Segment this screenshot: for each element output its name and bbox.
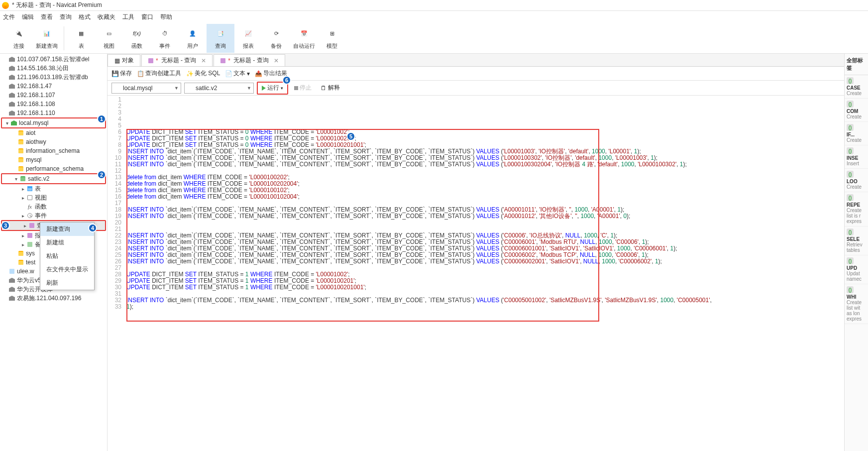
conn-icon [8,56,16,63]
menu-编辑[interactable]: 编辑 [22,13,34,21]
toolbar-auto-button[interactable]: 📅自动运行 [290,24,318,53]
editor-tab[interactable]: *无标题 - 查询✕ [141,54,213,66]
run-button[interactable]: 运行 ▾ [259,83,286,94]
snippet-item[interactable]: ()CASECreate [845,75,868,99]
query-builder-button[interactable]: 📋查询创建工具 [137,69,181,78]
toolbar-label: 模型 [326,42,337,50]
tree-item-label: sys [26,250,35,257]
tree-item-label: satlic.v2 [28,175,49,182]
tree-arrow-icon[interactable]: ▸ [22,223,28,228]
title-bar: * 无标题 - 查询 - Navicat Premium [0,0,868,11]
export-results-button[interactable]: 📤导出结果 [255,69,287,78]
toolbar-query-button[interactable]: 📑查询 [207,24,234,53]
toolbar-fx-button[interactable]: f(x)函数 [123,24,151,53]
snippet-item[interactable]: ()LOOCreate [845,169,868,192]
context-menu-item[interactable]: 在文件夹中显示 [40,263,94,276]
snippet-panel: 全部标签 ()CASECreate()COMCreate()IF...Creat… [844,54,868,451]
menu-帮助[interactable]: 帮助 [160,13,172,21]
fx-icon: f(x) [130,26,144,40]
tree-arrow-icon[interactable]: ▸ [20,242,26,247]
menu-格式[interactable]: 格式 [79,13,91,21]
qry-icon [148,58,154,64]
tree-item[interactable]: 192.168.1.110 [0,109,107,117]
tree-arrow-icon[interactable]: ▸ [20,213,26,219]
text-dropdown-button[interactable]: 📄文本 ▾ [225,69,250,78]
tree-item[interactable]: ▾local.mysql [2,118,105,127]
toolbar-report-button[interactable]: 📈报表 [234,24,262,53]
tree-item[interactable]: 农易施.121.040.097.196 [0,294,107,303]
menu-查询[interactable]: 查询 [60,13,72,21]
save-button[interactable]: 💾保存 [111,69,132,78]
toolbar-newq-button[interactable]: 📊新建查询 [33,24,61,53]
menu-收藏夹[interactable]: 收藏夹 [98,13,115,21]
tree-arrow-icon[interactable]: ▸ [20,233,26,238]
toolbar-table-button[interactable]: ▦表 [67,24,95,53]
connection-combo[interactable]: local.mysql ▼ [111,83,181,94]
snippet-item[interactable]: ()IF...Create [845,122,868,145]
toolbar-user-button[interactable]: 👤用户 [179,24,207,53]
tree-item[interactable]: aiothwy [0,137,107,146]
tree-arrow-icon[interactable]: ▸ [20,195,26,201]
snippet-item[interactable]: ()UPDUpdat namec [845,255,868,284]
beautify-sql-button[interactable]: ✨美化 SQL [186,69,220,78]
toolbar-event-button[interactable]: ⏱事件 [151,24,179,53]
toolbar-plug-button[interactable]: 🔌连接 [5,24,33,53]
tree-item[interactable]: 114.55.166.38.沁田 [0,64,107,73]
tree-item[interactable]: mysql [0,155,107,164]
context-menu-item[interactable]: 刷新 [40,276,94,290]
connection-tree[interactable]: 101.037.067.158.云智灌del114.55.166.38.沁田12… [0,54,108,451]
toolbar-model-button[interactable]: ⊞模型 [318,24,346,53]
code-area[interactable]: UPDATE DICT_ITEM SET ITEM_STATUS = 0 WHE… [124,96,844,451]
tree-arrow-icon[interactable]: ▾ [13,176,19,182]
menu-文件[interactable]: 文件 [3,13,15,21]
snippet-icon: () [847,286,854,293]
user-icon: 👤 [186,26,200,40]
tree-item[interactable]: 121.196.013.189.云智灌db [0,73,107,82]
sql-editor[interactable]: 1234567891011121314151617181920212223242… [108,96,844,451]
app-logo-icon [2,2,9,9]
export-icon: 📤 [255,70,262,77]
snippet-item[interactable]: ()SELERetriev tables [845,226,868,255]
close-icon[interactable]: ✕ [201,57,206,64]
tree-arrow-icon[interactable]: ▸ [20,186,26,192]
tree-item[interactable]: 192.168.1.107 [0,91,107,100]
snippet-item[interactable]: ()COMCreate [845,99,868,122]
tree-item[interactable]: fx函数 [0,202,107,211]
toolbar-view-button[interactable]: ▭视图 [95,24,123,53]
table-icon: ▦ [74,26,88,40]
tree-item[interactable]: performance_schema [0,164,107,173]
toolbar-backup-button[interactable]: ⟳备份 [262,24,290,53]
query-icon: 📑 [214,26,227,40]
toolbar-label: 函数 [131,42,142,50]
menu-查看[interactable]: 查看 [41,13,53,21]
editor-tab[interactable]: ▦对象 [108,54,140,66]
menu-工具[interactable]: 工具 [122,13,134,21]
database-combo[interactable]: satlic.v2 ▼ [184,83,254,94]
tree-item[interactable]: ▸视图 [0,193,107,202]
tree-arrow-icon[interactable]: ▾ [4,120,10,126]
snippet-item[interactable]: ()WHICreate list wit as lon expres [845,284,868,324]
context-menu-item[interactable]: 新建查询 [40,223,94,236]
context-menu-item[interactable]: 新建组 [40,236,94,249]
tree-item[interactable]: 192.168.1.47 [0,82,107,91]
tree-item[interactable]: aiot [0,128,107,137]
toolbar-label: 表 [79,42,84,50]
close-icon[interactable]: ✕ [274,57,279,64]
editor-tab[interactable]: *无标题 - 查询✕ [214,54,285,66]
stop-button[interactable]: 停止 [291,83,315,94]
tree-item[interactable]: 101.037.067.158.云智灌del [0,55,107,64]
tree-item[interactable]: ▸事件 [0,211,107,220]
tree-item[interactable]: information_schema [0,146,107,155]
snippet-item[interactable]: ()INSEInsert [845,145,868,169]
context-menu-item[interactable]: 粘贴 [40,249,94,263]
tree-item-label: 192.168.1.110 [17,110,55,116]
conn-icon [8,83,16,90]
tree-item[interactable]: ▾satlic.v2 [2,174,105,183]
tree-item[interactable]: 192.168.1.108 [0,100,107,109]
snippet-icon: () [847,124,854,131]
tree-item[interactable]: ▸表 [0,184,107,193]
snippet-item[interactable]: ()REPECreate list is r expres [845,192,868,226]
explain-button[interactable]: 🗒解释 [318,83,343,94]
menu-窗口[interactable]: 窗口 [141,13,153,21]
snippet-panel-title: 全部标签 [845,54,868,75]
